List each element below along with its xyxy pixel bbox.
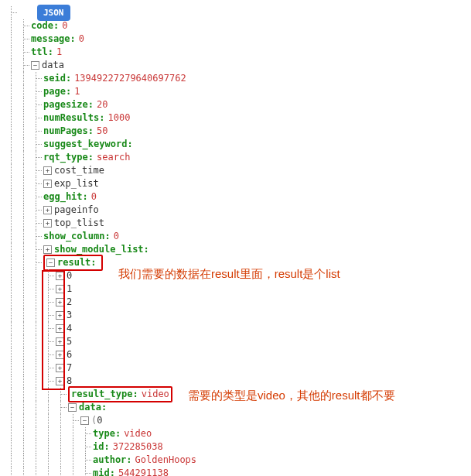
node-numresults: numResults : 1000 <box>6 111 465 125</box>
index: 7 <box>67 361 72 375</box>
expand-icon[interactable]: + <box>56 337 64 346</box>
value: 1 <box>56 46 62 59</box>
badge-row: JSON <box>6 6 465 19</box>
collapse-icon[interactable]: − <box>80 416 89 425</box>
expand-icon[interactable]: + <box>56 298 64 306</box>
node-page: page : 1 <box>6 85 465 98</box>
value: 372285038 <box>113 440 163 454</box>
index: 0 <box>67 269 72 283</box>
index: 5 <box>67 335 72 348</box>
index: 0 <box>97 414 102 427</box>
value: 0 <box>114 230 119 243</box>
index: 3 <box>67 309 72 322</box>
node-showcolumn: show_column : 0 <box>6 230 465 243</box>
key: page <box>43 85 66 98</box>
collapse-icon[interactable]: − <box>68 403 77 412</box>
node-seid: seid : 13949227279640697762 <box>6 72 465 85</box>
value: 0 <box>62 19 67 33</box>
value: video <box>142 388 169 401</box>
annotation-1: 我们需要的数据在result里面，result是个list <box>118 265 459 283</box>
node-ttl: ttl : 1 <box>6 46 465 59</box>
index: 4 <box>67 322 72 335</box>
result-index-row[interactable]: +4 <box>6 322 465 335</box>
collapse-icon[interactable]: − <box>31 61 39 70</box>
key: exp_list <box>54 177 99 190</box>
value: search <box>97 151 130 164</box>
key: show_column <box>43 230 104 243</box>
node-explist[interactable]: + exp_list <box>6 177 465 190</box>
node-pageinfo[interactable]: + pageinfo <box>6 204 465 217</box>
key: code <box>31 19 53 33</box>
node-code: code : 0 <box>6 19 465 33</box>
node-pagesize: pagesize : 20 <box>6 98 465 111</box>
highlight-box: result_type : video <box>68 386 172 402</box>
result-index-row[interactable]: +5 <box>6 335 465 348</box>
node-type: type : video <box>6 427 465 440</box>
node-numpages: numPages : 50 <box>6 125 465 138</box>
annotation-2: 需要的类型是video，其他的result都不要 <box>188 387 466 405</box>
index: 2 <box>67 296 72 309</box>
expand-icon[interactable]: + <box>43 180 52 188</box>
result-index-row[interactable]: +1 <box>6 283 465 296</box>
expand-icon[interactable]: + <box>56 351 64 359</box>
value: 544291138 <box>118 467 169 476</box>
value: video <box>124 427 152 440</box>
key: cost_time <box>54 164 104 177</box>
expand-icon[interactable]: + <box>56 364 64 372</box>
node-id: id : 372285038 <box>6 440 465 454</box>
expand-icon[interactable]: + <box>43 245 52 254</box>
value: 0 <box>79 33 84 46</box>
node-data[interactable]: − data <box>6 59 465 72</box>
json-badge: JSON <box>37 5 70 21</box>
key: suggest_keyword <box>43 138 127 151</box>
expand-icon[interactable]: + <box>43 219 52 228</box>
node-egghit: egg_hit : 0 <box>6 190 465 204</box>
node-costtime[interactable]: + cost_time <box>6 164 465 177</box>
key: numPages <box>43 125 88 138</box>
expand-icon[interactable]: + <box>56 311 64 320</box>
value: 0 <box>91 190 97 204</box>
node-rqttype: rqt_type : search <box>6 151 465 164</box>
node-toptlist[interactable]: + top_tlist <box>6 217 465 230</box>
expand-icon[interactable]: + <box>56 377 64 385</box>
node-data2-index[interactable]: − ( 0 <box>6 414 465 427</box>
node-author: author : GoldenHoops <box>6 454 465 467</box>
index: 6 <box>67 348 72 361</box>
collapse-icon[interactable]: − <box>46 259 55 267</box>
result-index-row[interactable]: +2 <box>6 296 465 309</box>
key: result_type <box>71 388 132 401</box>
key: egg_hit <box>43 190 83 204</box>
expand-icon[interactable]: + <box>56 285 64 293</box>
node-suggestkeyword: suggest_keyword : <box>6 138 465 151</box>
key: message <box>31 33 70 46</box>
key: numResults <box>43 111 99 125</box>
expand-icon[interactable]: + <box>43 166 52 175</box>
value: 1000 <box>108 111 130 125</box>
result-index-row[interactable]: +7 <box>6 361 465 375</box>
key: type <box>93 427 115 440</box>
key: pageinfo <box>54 204 99 217</box>
key: pagesize <box>43 98 88 111</box>
json-tree: JSON code : 0 message : 0 ttl : 1 − data… <box>6 6 465 476</box>
value: 13949227279640697762 <box>74 72 186 85</box>
value: 20 <box>97 98 108 111</box>
result-index-row[interactable]: +6 <box>6 348 465 361</box>
key: author <box>93 454 126 467</box>
expand-icon[interactable]: + <box>43 206 52 214</box>
index: 1 <box>67 283 72 296</box>
node-message: message : 0 <box>6 33 465 46</box>
key: seid <box>43 72 66 85</box>
value: 50 <box>97 125 108 138</box>
key: rqt_type <box>43 151 88 164</box>
expand-icon[interactable]: + <box>56 324 64 333</box>
key: top_tlist <box>54 217 104 230</box>
expand-icon[interactable]: + <box>56 272 64 280</box>
value: 1 <box>74 85 80 98</box>
key: mid <box>93 467 110 476</box>
key: id <box>93 440 104 454</box>
key: data <box>79 401 101 414</box>
key: result <box>57 256 90 269</box>
value: GoldenHoops <box>135 454 196 467</box>
result-index-row[interactable]: +3 <box>6 309 465 322</box>
key: ttl <box>31 46 48 59</box>
